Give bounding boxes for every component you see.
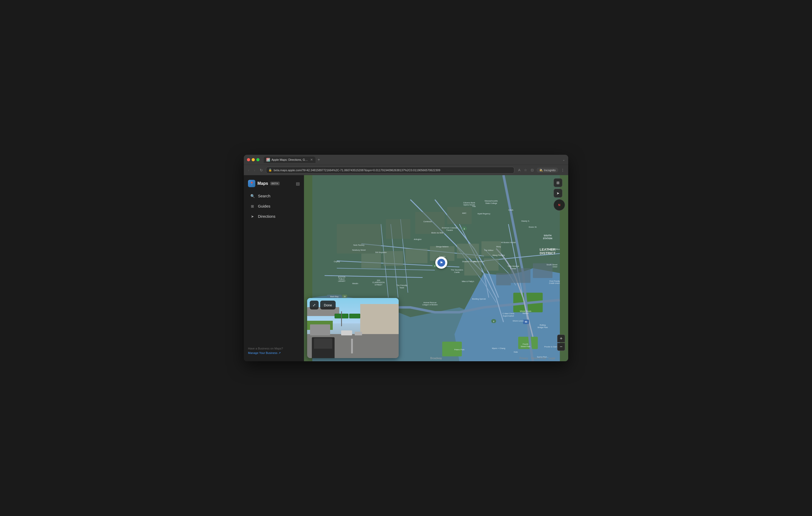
sv-car-windshield [314,338,332,349]
svg-text:3: 3 [493,320,494,323]
sv-barrier [310,324,330,335]
svg-text:AMC: AMC [462,212,466,214]
new-tab-button[interactable]: + [317,157,321,162]
svg-text:The Wilbur: The Wilbur [484,249,494,251]
zoom-in-button[interactable]: + [557,335,565,342]
svg-text:Wang Theatre: Wang Theatre [492,254,504,256]
svg-text:BOSTON: BOSTON [338,276,346,278]
svg-text:Essex St.: Essex St. [529,226,537,228]
svg-text:Credit Union: Credit Union [549,282,560,284]
svg-text:DISTRICT: DISTRICT [540,251,555,255]
svg-text:League of Boston: League of Boston [422,303,438,306]
pin-bubble: ⚑ [435,257,447,269]
sidebar-item-search-label: Search [258,194,270,198]
main-content: Maps BETA ▤ 🔍 Search ⊞ Guides ➤ Directio… [244,175,568,361]
maps-logo-text: Maps [257,181,268,186]
privacy-link[interactable]: Privacy [520,357,528,360]
svg-text:LIBRARY: LIBRARY [338,280,346,282]
map-location-pin: ⚑ [435,257,447,269]
nav-actions: A ☆ ⊡ [517,167,535,173]
svg-text:HI Boston Hostel: HI Boston Hostel [501,241,516,244]
sidebar: Maps BETA ▤ 🔍 Search ⊞ Guides ➤ Directio… [244,175,304,361]
svg-text:Supermarket: Supermarket [503,315,514,317]
sidebar-item-guides[interactable]: ⊞ Guides [246,201,302,211]
svg-text:Westin: Westin [352,282,358,285]
tab-bar: 🗺 Apple Maps: Directions, Guid... ✕ + ⌄ [264,157,565,163]
location-button[interactable]: ➤ [554,189,562,198]
map-controls-top-right: ⊞ ➤ N [554,178,565,211]
beta-badge: BETA [270,182,280,185]
security-icon: 🔒 [268,168,272,172]
close-button[interactable] [247,158,250,161]
svg-text:LEATHER: LEATHER [540,247,556,251]
minimize-button[interactable] [252,158,255,161]
svg-rect-12 [457,244,479,258]
street-view-done-button[interactable]: Done [320,301,336,309]
street-view-expand-button[interactable]: ⤢ [310,301,319,309]
sidebar-item-guides-label: Guides [258,204,270,208]
svg-text:28: 28 [344,296,346,298]
map-zoom-controls: + − [557,335,565,351]
back-button[interactable]: ‹ [246,167,251,173]
svg-text:Copley: Copley [334,260,340,263]
svg-rect-5 [386,219,410,239]
incognito-label: Incognito [544,169,556,172]
broadway-label: Broadway [430,357,442,360]
svg-text:500 Boylston: 500 Boylston [375,251,387,253]
sv-road-marking [351,339,353,353]
zoom-out-button[interactable]: − [557,343,565,351]
tab-close-icon[interactable]: ✕ [310,158,313,161]
svg-text:Fete: Fete [472,206,476,207]
business-promo: Have a Business on Maps? Manage Your Bus… [248,346,300,355]
sidebar-item-directions[interactable]: ➤ Directions [246,211,302,221]
directions-icon: ➤ [250,214,255,218]
address-text: beta.maps.apple.com/?ll=42.3481589772166… [273,169,440,172]
more-menu-button[interactable]: ⋮ [560,167,566,173]
svg-text:Bridge Park: Bridge Park [538,326,548,329]
active-tab[interactable]: 🗺 Apple Maps: Directions, Guid... ✕ [264,157,316,163]
svg-text:Theatre: Theatre [446,229,453,231]
svg-text:Myers + Chang: Myers + Chang [492,347,505,350]
maximize-button[interactable] [256,158,260,161]
svg-text:Found Hotel: Found Hotel [474,260,485,263]
extensions-button[interactable]: ⊡ [529,167,535,173]
street-view-panel: ⤢ Done [307,298,399,358]
svg-rect-16 [496,273,511,285]
business-promo-link[interactable]: Manage Your Business ↗ [248,351,300,355]
address-bar[interactable]: 🔒 beta.maps.apple.com/?ll=42.34815897721… [266,167,514,174]
translate-button[interactable]: A [517,167,522,173]
tab-expand-button[interactable]: ⌄ [562,158,565,161]
layers-icon: ⊞ [556,181,559,185]
svg-text:PUBLIC: PUBLIC [339,278,345,280]
sv-car-2 [355,332,362,335]
browser-window: 🗺 Apple Maps: Directions, Guid... ✕ + ⌄ … [244,155,568,361]
svg-text:STREET: STREET [375,284,382,286]
tab-title: Apple Maps: Directions, Guid... [271,158,308,161]
compass-rose[interactable]: N [554,199,565,211]
location-arrow-icon: ➤ [556,191,559,195]
nav-bar: ‹ › ↻ 🔒 beta.maps.apple.com/?ll=42.34815… [244,165,568,175]
legal-link[interactable]: Legal [549,357,555,360]
street-view-controls: ⤢ Done [310,301,336,309]
svg-text:Toast: Toast [400,286,404,289]
traffic-lights [247,158,260,161]
svg-text:Hyatt Regency: Hyatt Regency [477,213,490,215]
map-layers-button[interactable]: ⊞ [554,178,562,187]
svg-text:Moxy: Moxy [496,245,501,248]
svg-text:Street Park: Street Park [521,345,530,348]
tab-favicon: 🗺 [266,158,270,161]
svg-text:STATION: STATION [543,237,552,240]
sidebar-footer: Have a Business on Maps? Manage Your Bus… [244,343,304,358]
svg-rect-15 [484,259,499,271]
svg-text:CAVA: CAVA [508,209,513,211]
sidebar-item-search[interactable]: 🔍 Search [246,191,302,201]
svg-rect-10 [405,249,428,263]
forward-button[interactable]: › [253,167,257,173]
pin-flag-icon: ⚑ [440,261,443,265]
terms-link[interactable]: Terms of Use [531,357,546,360]
sidebar-toggle-button[interactable]: ▤ [296,181,300,186]
bookmark-button[interactable]: ☆ [523,167,528,173]
refresh-button[interactable]: ↻ [258,167,264,173]
incognito-icon: 🕵 [539,168,543,172]
map-area[interactable]: 90 93 3 2 9 Back Bay 28 Citizens Bank Op… [304,175,568,361]
